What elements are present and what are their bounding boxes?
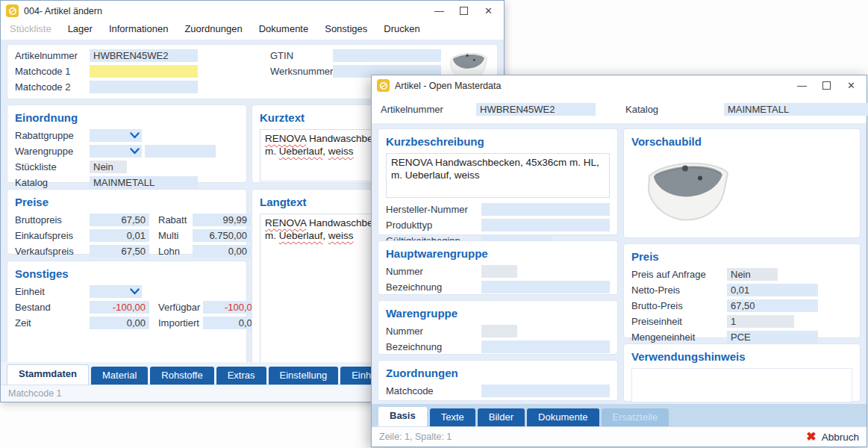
- rabatt-field[interactable]: 99,99: [193, 214, 251, 226]
- tab-bilder[interactable]: Bilder: [478, 408, 525, 426]
- w2-content: Kurzbeschreibung RENOVA Handwaschbecken,…: [372, 123, 867, 404]
- tab-extras[interactable]: Extras: [216, 367, 266, 385]
- netto-preis-label: Netto-Preis: [631, 284, 727, 296]
- wg-nummer-label: Nummer: [386, 326, 481, 337]
- zuordnungen-matchcode-label: Matchcode: [386, 385, 481, 396]
- tab-material[interactable]: Material: [91, 367, 148, 385]
- menu-dokumente[interactable]: Dokumente: [259, 23, 308, 34]
- bestand-field: -100,00: [90, 301, 149, 314]
- mengeneinheit-field[interactable]: PCE: [727, 331, 818, 343]
- bruttopreis-field[interactable]: 67,50: [90, 214, 149, 226]
- wg-bezeichnung-label: Bezeichnung: [386, 341, 481, 352]
- w2-artikelnummer-field[interactable]: HWBREN45WE2: [476, 103, 596, 116]
- langtext-word: Ueberlauf: [279, 230, 323, 241]
- tab-stammdaten[interactable]: Stammdaten: [7, 364, 89, 385]
- hersteller-nummer-field[interactable]: [481, 203, 610, 216]
- multi-field[interactable]: 6.750,00: [193, 229, 251, 242]
- rabatt-label: Rabatt: [158, 214, 193, 225]
- kurzbeschreibung-box: Kurzbeschreibung RENOVA Handwaschbecken,…: [378, 128, 618, 235]
- preiseinheit-label: Preiseinheit: [631, 316, 727, 327]
- matchcode1-label: Matchcode 1: [15, 66, 90, 77]
- gtin-field[interactable]: [333, 49, 441, 62]
- abbruch-button[interactable]: ✖ Abbruch: [806, 431, 859, 443]
- bestand-label: Bestand: [15, 302, 90, 313]
- tab-rohstoffe[interactable]: Rohstoffe: [150, 367, 213, 385]
- menu-stueckliste: Stückliste: [10, 23, 51, 34]
- kurztext-word: RENOVA: [265, 133, 306, 144]
- w1-window-title: 004- Artikel ändern: [24, 6, 427, 16]
- hwg-bezeichnung-field[interactable]: [481, 281, 610, 293]
- w1-maximize-button[interactable]: [452, 3, 476, 19]
- preis-box: Preis Preis auf Anfrage Nein Netto-Preis…: [623, 243, 861, 338]
- einheit-dropdown[interactable]: [90, 285, 142, 298]
- tab-einstellung[interactable]: Einstellung: [269, 367, 339, 385]
- verkaufspreis-field[interactable]: 67,50: [90, 245, 149, 258]
- sonstiges-box: Sonstiges Einheit Bestand -100,00 Verfüg…: [7, 261, 247, 362]
- preis-anfrage-field[interactable]: Nein: [727, 268, 778, 281]
- matchcode1-field[interactable]: [90, 65, 198, 78]
- rabattgruppe-dropdown[interactable]: [90, 129, 142, 142]
- w2-minimize-button[interactable]: —: [790, 78, 814, 93]
- tab-basis[interactable]: Basis: [378, 406, 428, 426]
- tab-dokumente[interactable]: Dokumente: [527, 408, 599, 426]
- menu-zuordnungen[interactable]: Zuordnungen: [184, 23, 242, 34]
- stueckliste-field: Nein: [90, 161, 127, 173]
- brutto-preis-field[interactable]: 67,50: [727, 299, 818, 312]
- hwg-nummer-label: Nummer: [386, 266, 481, 277]
- chevron-down-icon: [130, 288, 140, 295]
- menu-lager[interactable]: Lager: [68, 23, 93, 34]
- zeit-label: Zeit: [15, 317, 90, 329]
- preise-title: Preise: [15, 196, 239, 208]
- netto-preis-field[interactable]: 0,01: [727, 284, 818, 296]
- einordnung-title: Einordnung: [15, 111, 239, 124]
- tab-texte[interactable]: Texte: [430, 408, 475, 426]
- preiseinheit-field[interactable]: 1: [727, 315, 794, 328]
- hauptwarengruppe-box: Hauptwarengruppe Nummer Bezeichnung: [378, 240, 618, 295]
- menu-drucken[interactable]: Drucken: [384, 23, 419, 34]
- artikelnummer-label: Artikelnummer: [15, 50, 90, 61]
- zeit-field: 0,00: [90, 317, 149, 329]
- w2-right-column: Vorschaubild Preis: [623, 128, 861, 402]
- hwg-nummer-field[interactable]: [481, 265, 517, 278]
- lohn-label: Lohn: [158, 246, 193, 257]
- verwendungshinweis-title: Verwendungshinweis: [631, 350, 852, 363]
- langtext-word: weiss: [328, 230, 354, 241]
- w2-close-button[interactable]: ✕: [839, 78, 864, 93]
- w2-artikelnummer-label: Artikelnummer: [381, 104, 476, 115]
- warengruppe-text-field[interactable]: [145, 145, 216, 158]
- artikelnummer-field[interactable]: HWBREN45WE2: [90, 49, 198, 62]
- zuordnungen-matchcode-field[interactable]: [481, 385, 610, 397]
- matchcode2-label: Matchcode 2: [15, 81, 90, 93]
- katalog-field[interactable]: MAINMETALL: [90, 176, 198, 189]
- wg-bezeichnung-field[interactable]: [481, 340, 610, 353]
- gtin-label: GTIN: [270, 50, 333, 61]
- zuordnungen-title: Zuordnungen: [386, 367, 610, 379]
- verwendungshinweis-textarea[interactable]: [631, 368, 852, 402]
- abbruch-x-icon: ✖: [806, 431, 816, 443]
- chevron-down-icon: [130, 148, 140, 155]
- desktop: 004- Artikel ändern — ✕ Stückliste Lager…: [0, 0, 868, 448]
- w1-close-button[interactable]: ✕: [476, 3, 501, 19]
- wg-nummer-field[interactable]: [481, 325, 517, 337]
- multi-label: Multi: [158, 230, 193, 241]
- warengruppe-box: Warengruppe Nummer Bezeichnung: [378, 300, 618, 355]
- app-icon: [6, 4, 19, 17]
- w2-maximize-button[interactable]: [814, 78, 839, 93]
- w1-menubar: Stückliste Lager Informationen Zuordnung…: [1, 21, 504, 40]
- matchcode2-field[interactable]: [90, 81, 198, 93]
- abbruch-label: Abbruch: [822, 432, 859, 443]
- kurzbeschreibung-textarea[interactable]: RENOVA Handwaschbecken, 45x36cm m. HL, m…: [386, 153, 610, 198]
- menu-informationen[interactable]: Informationen: [109, 23, 169, 34]
- warengruppe-dropdown[interactable]: [90, 145, 142, 158]
- w1-minimize-button[interactable]: —: [427, 3, 452, 19]
- menu-sonstiges[interactable]: Sonstiges: [325, 23, 367, 34]
- produkttyp-label: Produkttyp: [386, 220, 481, 231]
- w1-status-text: Matchcode 1: [8, 388, 62, 399]
- einkaufspreis-field[interactable]: 0,01: [90, 229, 149, 242]
- preise-box: Preise Bruttopreis 67,50 Rabatt 99,99 % …: [7, 189, 247, 255]
- w2-katalog-field[interactable]: MAINMETALL: [724, 103, 868, 116]
- produkttyp-field[interactable]: [481, 219, 610, 231]
- lohn-field[interactable]: 0,00: [193, 245, 251, 258]
- w2-left-column: Kurzbeschreibung RENOVA Handwaschbecken,…: [378, 128, 618, 402]
- warengruppe-title: Warengruppe: [386, 307, 610, 320]
